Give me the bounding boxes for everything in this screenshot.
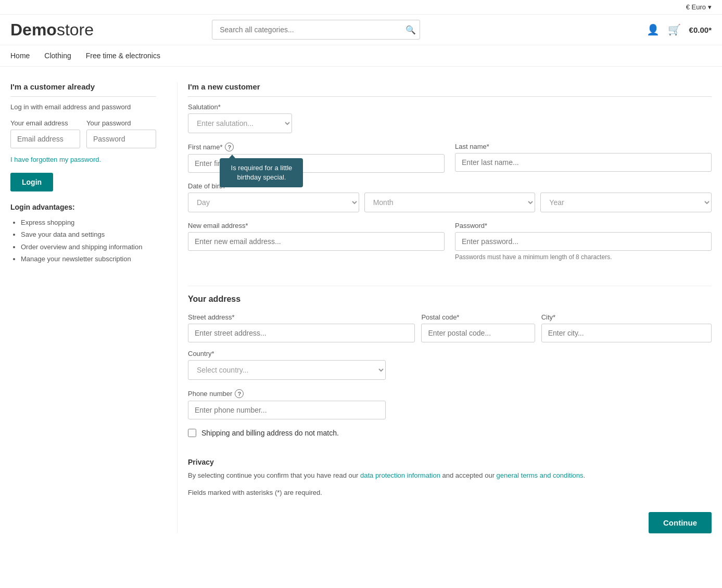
logo-bold: Demo (10, 20, 57, 39)
nav-free-time[interactable]: Free time & electronics (86, 52, 160, 60)
cart-amount[interactable]: €0.00* (689, 25, 712, 34)
privacy-text-after: . (584, 471, 586, 479)
lastname-input[interactable] (455, 153, 712, 172)
dob-year-select[interactable]: Year (540, 193, 712, 212)
password-hint: Passwords must have a minimum length of … (455, 253, 712, 261)
salutation-row: Salutation* Enter salutation... Mr. Mrs.… (188, 103, 712, 133)
city-group: City* (541, 313, 712, 342)
firstname-label: First name* ? Is required for a little b… (188, 143, 445, 151)
advantage-item: Order overview and shipping information (21, 241, 156, 253)
header: Demostore 🔍 👤 🛒 €0.00* (0, 15, 722, 45)
advantage-item: Manage your newsletter subscription (21, 253, 156, 265)
postal-group: Postal code* (421, 313, 535, 342)
phone-tooltip-icon[interactable]: ? (235, 389, 244, 398)
privacy-text-before: By selecting continue you confirm that y… (188, 471, 360, 479)
email-input[interactable] (10, 130, 80, 148)
advantages-title: Login advantages: (10, 203, 156, 211)
new-customer-title: I'm a new customer (188, 82, 712, 97)
search-input[interactable] (212, 20, 420, 40)
firstname-tooltip-container: ? Is required for a little birthday spec… (225, 143, 234, 151)
email-field-group: Your email address (10, 119, 80, 148)
logo[interactable]: Demostore (10, 20, 94, 40)
country-row: Country* Select country... Germany Austr… (188, 350, 712, 380)
postal-label: Postal code* (421, 313, 535, 321)
password-field-group: Your password (86, 119, 156, 148)
main-content: I'm a customer already Log in with email… (0, 67, 722, 549)
main-nav: Home Clothing Free time & electronics (0, 45, 722, 67)
cart-icon[interactable]: 🛒 (668, 23, 681, 36)
new-password-input[interactable] (455, 232, 712, 251)
firstname-group: First name* ? Is required for a little b… (188, 143, 445, 173)
privacy-title: Privacy (188, 458, 712, 466)
lastname-group: Last name* (455, 143, 712, 173)
street-group: Street address* (188, 313, 415, 342)
left-panel: I'm a customer already Log in with email… (10, 82, 177, 533)
phone-row: Phone number ? (188, 389, 712, 419)
firstname-tooltip-icon[interactable]: ? (225, 143, 234, 151)
street-input[interactable] (188, 324, 415, 342)
advantage-item: Express shopping (21, 216, 156, 228)
new-email-group: New email address* (188, 222, 445, 261)
privacy-text: By selecting continue you confirm that y… (188, 470, 712, 481)
login-fields: Your email address Your password (10, 119, 156, 148)
shipping-checkbox-row: Shipping and billing address do not matc… (188, 429, 712, 437)
new-email-input[interactable] (188, 232, 445, 251)
phone-tooltip-container: ? (235, 389, 244, 398)
firstname-tooltip-box: Is required for a little birthday specia… (220, 158, 303, 187)
top-bar: € Euro ▾ (0, 0, 722, 15)
required-note: Fields marked with asterisks (*) are req… (188, 489, 712, 496)
advantages-list: Express shopping Save your data and sett… (10, 216, 156, 265)
country-select[interactable]: Select country... Germany Austria Switze… (188, 360, 386, 380)
forgot-password-link[interactable]: I have forgotten my password. (10, 156, 156, 163)
search-bar-container: 🔍 (212, 20, 420, 40)
nav-clothing[interactable]: Clothing (44, 52, 71, 60)
dob-month-select[interactable]: Month (364, 193, 536, 212)
lastname-label: Last name* (455, 143, 712, 150)
logo-rest: store (57, 20, 94, 39)
search-button[interactable]: 🔍 (406, 25, 416, 35)
dob-day-select[interactable]: Day (188, 193, 359, 212)
privacy-section: Privacy By selecting continue you confir… (188, 450, 712, 496)
account-icon[interactable]: 👤 (647, 23, 660, 36)
new-password-label: Password* (455, 222, 712, 229)
nav-home[interactable]: Home (10, 52, 30, 60)
email-password-row: New email address* Password* Passwords m… (188, 222, 712, 270)
address-section: Your address Street address* Postal code… (188, 286, 712, 437)
email-label: Your email address (10, 119, 80, 127)
right-panel: I'm a new customer Salutation* Enter sal… (177, 82, 712, 533)
country-label: Country* (188, 350, 712, 357)
street-label: Street address* (188, 313, 415, 321)
continue-row: Continue (188, 512, 712, 533)
data-protection-link[interactable]: data protection information (360, 471, 440, 479)
privacy-text-middle: and accepted our (440, 471, 497, 479)
advantage-item: Save your data and settings (21, 228, 156, 240)
new-email-label: New email address* (188, 222, 445, 229)
terms-conditions-link[interactable]: general terms and conditions (497, 471, 584, 479)
phone-label: Phone number ? (188, 389, 712, 398)
password-label: Your password (86, 119, 156, 127)
existing-customer-title: I'm a customer already (10, 82, 156, 97)
shipping-checkbox-label: Shipping and billing address do not matc… (201, 429, 339, 437)
city-label: City* (541, 313, 712, 321)
continue-button[interactable]: Continue (649, 512, 712, 533)
city-input[interactable] (541, 324, 712, 342)
login-subtitle: Log in with email address and password (10, 103, 156, 111)
postal-input[interactable] (421, 324, 535, 342)
currency-label: € Euro (686, 3, 706, 11)
phone-input[interactable] (188, 401, 386, 419)
currency-arrow-icon: ▾ (708, 3, 712, 11)
date-selects: Day Month Year (188, 193, 712, 212)
login-button[interactable]: Login (10, 173, 53, 191)
salutation-label: Salutation* (188, 103, 712, 111)
salutation-select[interactable]: Enter salutation... Mr. Mrs. Ms. Mx. (188, 113, 292, 133)
password-input[interactable] (86, 130, 156, 148)
name-row: First name* ? Is required for a little b… (188, 143, 712, 182)
currency-selector[interactable]: € Euro ▾ (686, 3, 712, 11)
shipping-billing-checkbox[interactable] (188, 429, 196, 437)
new-password-group: Password* Passwords must have a minimum … (455, 222, 712, 261)
address-title: Your address (188, 295, 712, 304)
header-icons: 👤 🛒 €0.00* (647, 23, 712, 36)
street-postal-city-row: Street address* Postal code* City* (188, 313, 712, 342)
